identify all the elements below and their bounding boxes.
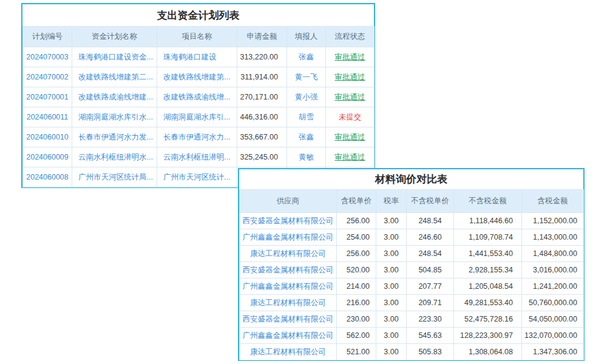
unit-price-incl-tax: 230.00 [337,311,376,328]
column-header: 不含税单价 [407,190,454,213]
amount-excl-tax: 128,223,300.97 [454,328,522,344]
column-header: 含税金额 [522,190,584,213]
project-name-link[interactable]: 改建铁路线增建第... [157,67,237,87]
plan-number-link[interactable]: 2024060011 [23,107,72,127]
plan-name-link[interactable]: 长春市伊通河水力发... [72,127,157,147]
quote-table-row: 西安盛器金属材料有限公司230.003.00223.3052,475,728.1… [240,311,584,328]
unit-price-excl-tax: 246.60 [407,229,454,246]
project-name-link[interactable]: 珠海鹤港口建设 [157,47,237,67]
supplier-link[interactable]: 广州鑫鑫金属材料有限公司 [240,229,337,246]
quote-table-row: 西安盛器金属材料有限公司256.003.00248.541,118,446.60… [240,213,584,229]
supplier-link[interactable]: 广州鑫鑫金属材料有限公司 [240,278,337,295]
column-header: 供应商 [240,190,337,213]
material-quote-header-row: 供应商含税单价税率不含税单价不含税金额含税金额 [240,190,584,213]
unit-price-incl-tax: 521.00 [337,344,376,360]
plan-number-link[interactable]: 2024060009 [23,147,72,167]
unit-price-incl-tax: 216.00 [337,295,376,311]
plan-table-row: 2024070003珠海鹤港口建设资金...珠海鹤港口建设313,220.00张… [23,47,375,67]
unit-price-excl-tax: 207.77 [407,278,454,295]
plan-name-link[interactable]: 改建铁路线增建第二... [72,67,157,87]
page: { "colors": { "panel_border": "#2ab0e3",… [0,0,607,364]
flow-status-approved[interactable]: 审批通过 [326,87,375,107]
unit-price-incl-tax: 214.00 [337,278,376,295]
expense-plan-table-card: 支出资金计划列表 计划编号资金计划名称项目名称申请金额填报人流程状态 20240… [21,3,375,188]
amount-incl-tax: 50,760,000.00 [522,295,584,311]
reporter-link[interactable]: 张鑫 [287,127,326,147]
plan-name-link[interactable]: 改建铁路成渝线增建... [72,87,157,107]
plan-number-link[interactable]: 2024070003 [23,47,72,67]
project-name-link[interactable]: 改建铁路成渝线增... [157,87,237,107]
unit-price-incl-tax: 562.00 [337,328,376,344]
plan-number-link[interactable]: 2024070001 [23,87,72,107]
reporter-link[interactable]: 张鑫 [287,47,326,67]
project-name-link[interactable]: 云南水利枢纽潜明... [157,147,237,167]
amount-value: 325,245.00 [237,147,287,167]
tax-rate: 3.00 [376,344,407,360]
unit-price-excl-tax: 248.54 [407,213,454,229]
unit-price-excl-tax: 223.30 [407,311,454,328]
unit-price-incl-tax: 256.00 [337,213,376,229]
supplier-link[interactable]: 康达工程材料有限公司 [240,295,337,311]
reporter-link[interactable]: 黄小强 [287,87,326,107]
plan-name-link[interactable]: 珠海鹤港口建设资金... [72,47,157,67]
unit-price-excl-tax: 504.85 [407,262,454,278]
amount-incl-tax: 132,070,000.00 [522,328,584,344]
supplier-link[interactable]: 西安盛器金属材料有限公司 [240,213,337,229]
material-quote-table-card: 材料询价对比表 供应商含税单价税率不含税单价不含税金额含税金额 西安盛器金属材料… [238,168,585,361]
project-name-link[interactable]: 湖南洞庭湖水库引... [157,107,237,127]
amount-value: 446,316.00 [237,107,287,127]
column-header: 填报人 [287,27,326,47]
plan-name-link[interactable]: 广州市天河区统计局... [72,167,157,187]
expense-plan-table: 计划编号资金计划名称项目名称申请金额填报人流程状态 2024070003珠海鹤港… [22,26,375,187]
amount-excl-tax: 1,441,553.40 [454,246,522,262]
quote-table-row: 广州鑫鑫金属材料有限公司214.003.00207.771,205,048.54… [240,278,584,295]
tax-rate: 3.00 [376,328,407,344]
plan-number-link[interactable]: 2024070002 [23,67,72,87]
supplier-link[interactable]: 西安盛器金属材料有限公司 [240,262,337,278]
flow-status-approved[interactable]: 审批通过 [326,47,375,67]
column-header: 含税单价 [337,190,376,213]
amount-excl-tax: 1,308,064.08 [454,344,522,360]
unit-price-excl-tax: 209.71 [407,295,454,311]
amount-excl-tax: 52,475,728.16 [454,311,522,328]
plan-table-row: 2024070001改建铁路成渝线增建...改建铁路成渝线增...270,171… [23,87,375,107]
plan-name-link[interactable]: 云南水利枢纽潜明水... [72,147,157,167]
column-header: 资金计划名称 [72,27,157,47]
reporter-link[interactable]: 胡雪 [287,107,326,127]
supplier-link[interactable]: 康达工程材料有限公司 [240,246,337,262]
tax-rate: 3.00 [376,278,407,295]
plan-number-link[interactable]: 2024060008 [23,167,72,187]
expense-plan-table-title: 支出资金计划列表 [22,4,374,26]
unit-price-incl-tax: 254.00 [337,229,376,246]
supplier-link[interactable]: 西安盛器金属材料有限公司 [240,311,337,328]
flow-status-not_submitted: 未提交 [326,107,375,127]
project-name-link[interactable]: 广州市天河区统计... [157,167,237,187]
amount-incl-tax: 1,152,000.00 [522,213,584,229]
column-header: 申请金额 [237,27,287,47]
tax-rate: 3.00 [376,311,407,328]
amount-incl-tax: 1,241,200.00 [522,278,584,295]
column-header: 不含税金额 [454,190,522,213]
flow-status-approved[interactable]: 审批通过 [326,127,375,147]
reporter-link[interactable]: 黄敏 [287,147,326,167]
plan-table-row: 2024060010长春市伊通河水力发...长春市伊通河水力...353,667… [23,127,375,147]
quote-table-row: 康达工程材料有限公司521.003.00505.831,308,064.081,… [240,344,584,360]
supplier-link[interactable]: 广州鑫鑫金属材料有限公司 [240,328,337,344]
plan-table-row: 2024070002改建铁路线增建第二...改建铁路线增建第...311,914… [23,67,375,87]
flow-status-approved[interactable]: 审批通过 [326,67,375,87]
flow-status-approved[interactable]: 审批通过 [326,147,375,167]
project-name-link[interactable]: 长春市伊通河水力... [157,127,237,147]
plan-name-link[interactable]: 湖南洞庭湖水库引水... [72,107,157,127]
unit-price-excl-tax: 505.83 [407,344,454,360]
reporter-link[interactable]: 黄一飞 [287,67,326,87]
amount-incl-tax: 54,050,000.00 [522,311,584,328]
amount-excl-tax: 1,109,708.74 [454,229,522,246]
plan-number-link[interactable]: 2024060010 [23,127,72,147]
amount-value: 353,667.00 [237,127,287,147]
unit-price-incl-tax: 520.00 [337,262,376,278]
quote-table-row: 康达工程材料有限公司256.003.00248.541,441,553.401,… [240,246,584,262]
tax-rate: 3.00 [376,295,407,311]
tax-rate: 3.00 [376,229,407,246]
amount-value: 313,220.00 [237,47,287,67]
supplier-link[interactable]: 康达工程材料有限公司 [240,344,337,360]
